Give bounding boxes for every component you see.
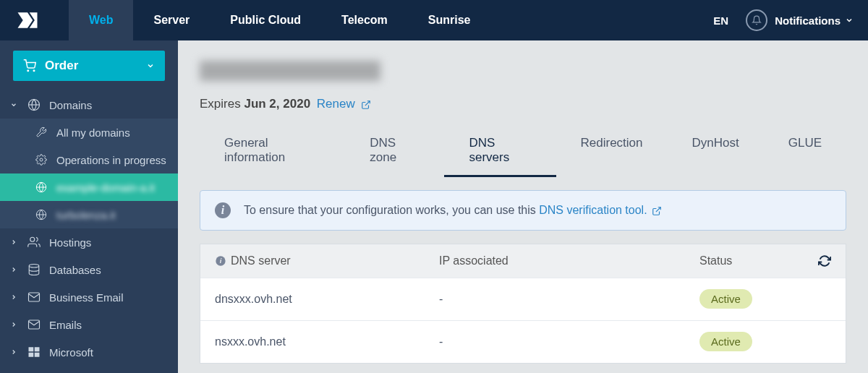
cell-server: nsxxx.ovh.net [215, 335, 439, 348]
sidebar-item-microsoft[interactable]: Microsoft [0, 338, 178, 366]
sidebar-item-label: Business Email [49, 291, 124, 304]
order-button[interactable]: Order [13, 51, 165, 81]
sidebar-item-label: example-domain-a.it [56, 181, 155, 194]
info-alert: i To ensure that your configuration work… [200, 190, 846, 231]
page-title [200, 61, 380, 81]
sidebar: Order Domains All my domains [0, 40, 178, 373]
table-row: dnsxxx.ovh.net - Active [200, 278, 846, 320]
language-selector[interactable]: EN [703, 14, 739, 27]
hostings-icon [27, 236, 41, 249]
svg-point-4 [40, 158, 43, 161]
logo[interactable] [14, 7, 51, 33]
svg-point-1 [33, 70, 35, 72]
svg-rect-12 [29, 320, 40, 329]
sidebar-item-domains[interactable]: Domains [0, 91, 178, 119]
tab-dns-servers[interactable]: DNS servers [444, 129, 556, 177]
renew-link[interactable]: Renew [317, 97, 372, 111]
sidebar-item-label: All my domains [56, 127, 130, 139]
sidebar-item-label: Operations in progress [56, 154, 166, 166]
chevron-right-icon [10, 266, 19, 273]
sidebar-item-databases[interactable]: Databases [0, 256, 178, 283]
renew-label: Renew [317, 97, 355, 111]
nav-tab-public-cloud[interactable]: Public Cloud [210, 0, 321, 40]
sidebar-domains-label: Domains [49, 99, 92, 111]
sidebar-item-domain-active[interactable]: example-domain-a.it [0, 173, 178, 201]
table-header: i DNS server IP associated Status [200, 244, 846, 278]
bell-icon[interactable] [746, 9, 767, 31]
sidebar-item-label: Microsoft [49, 346, 93, 359]
svg-line-17 [365, 100, 370, 105]
info-icon: i [215, 202, 231, 218]
tab-redirection[interactable]: Redirection [556, 129, 668, 177]
chevron-down-icon [10, 101, 19, 108]
svg-point-9 [30, 237, 35, 241]
sidebar-item-emails[interactable]: Emails [0, 311, 178, 338]
globe-icon [35, 208, 48, 221]
sidebar-item-business-email[interactable]: Business Email [0, 283, 178, 311]
database-icon [27, 263, 41, 276]
sidebar-item-all-domains[interactable]: All my domains [0, 119, 178, 146]
sidebar-item-label: Databases [49, 264, 101, 276]
chevron-right-icon [10, 293, 19, 301]
refresh-icon [818, 254, 831, 267]
refresh-button[interactable] [818, 254, 831, 267]
header-status: Status [699, 254, 818, 267]
cart-icon [23, 59, 36, 72]
sidebar-item-hostings[interactable]: Hostings [0, 228, 178, 256]
nav-tab-telecom[interactable]: Telecom [321, 0, 408, 40]
svg-rect-13 [29, 347, 34, 351]
svg-rect-15 [29, 353, 34, 357]
dns-verification-link[interactable]: DNS verification tool. [539, 204, 662, 216]
sidebar-item-label: Hostings [49, 236, 91, 249]
dns-table: i DNS server IP associated Status dnsxxx… [200, 244, 846, 364]
status-badge: Active [699, 289, 752, 309]
table-row: nsxxx.ovh.net - Active [200, 320, 846, 363]
nav-tab-web[interactable]: Web [69, 0, 133, 40]
mail-icon [27, 291, 41, 304]
alert-text: To ensure that your configuration works,… [244, 204, 539, 216]
gear-icon [35, 153, 48, 166]
chevron-down-icon [146, 61, 155, 70]
notifications-menu[interactable]: Notifications [775, 14, 854, 27]
svg-text:i: i [220, 257, 222, 265]
cell-ip: - [439, 293, 699, 306]
svg-rect-16 [35, 353, 40, 357]
notifications-label: Notifications [775, 14, 841, 27]
svg-line-18 [656, 207, 660, 212]
chevron-right-icon [10, 321, 19, 328]
cell-server: dnsxxx.ovh.net [215, 293, 439, 306]
header-dns-server: DNS server [231, 254, 291, 267]
sidebar-item-label: turbolenza.it [56, 209, 116, 221]
external-link-icon [361, 100, 371, 110]
sidebar-item-operations[interactable]: Operations in progress [0, 146, 178, 173]
tab-dynhost[interactable]: DynHost [668, 129, 764, 177]
expires-date: Jun 2, 2020 [244, 97, 310, 111]
nav-tab-server[interactable]: Server [133, 0, 210, 40]
chevron-right-icon [10, 348, 19, 356]
sidebar-item-domain[interactable]: turbolenza.it [0, 201, 178, 228]
alert-link-label: DNS verification tool. [539, 204, 647, 216]
svg-point-0 [27, 70, 29, 72]
status-badge: Active [699, 332, 752, 351]
sidebar-item-label: Emails [49, 319, 82, 331]
tab-glue[interactable]: GLUE [764, 129, 846, 177]
cell-ip: - [439, 335, 699, 348]
expires-label: Expires [200, 97, 241, 111]
wrench-icon [35, 126, 48, 139]
mail-icon [27, 318, 41, 331]
tabs: General information DNS zone DNS servers… [200, 129, 846, 177]
svg-point-10 [29, 265, 39, 268]
expires-line: Expires Jun 2, 2020 Renew [200, 97, 846, 111]
header-ip: IP associated [439, 254, 699, 267]
content-area: Expires Jun 2, 2020 Renew General inform… [178, 40, 868, 373]
globe-icon [27, 98, 41, 111]
external-link-icon [652, 206, 662, 216]
info-icon: i [215, 255, 226, 267]
globe-icon [35, 181, 48, 194]
nav-tab-sunrise[interactable]: Sunrise [408, 0, 491, 40]
order-label: Order [45, 59, 78, 73]
tab-dns-zone[interactable]: DNS zone [345, 129, 444, 177]
tab-general-information[interactable]: General information [200, 129, 345, 177]
topbar: Web Server Public Cloud Telecom Sunrise … [0, 0, 868, 40]
windows-icon [27, 346, 41, 359]
